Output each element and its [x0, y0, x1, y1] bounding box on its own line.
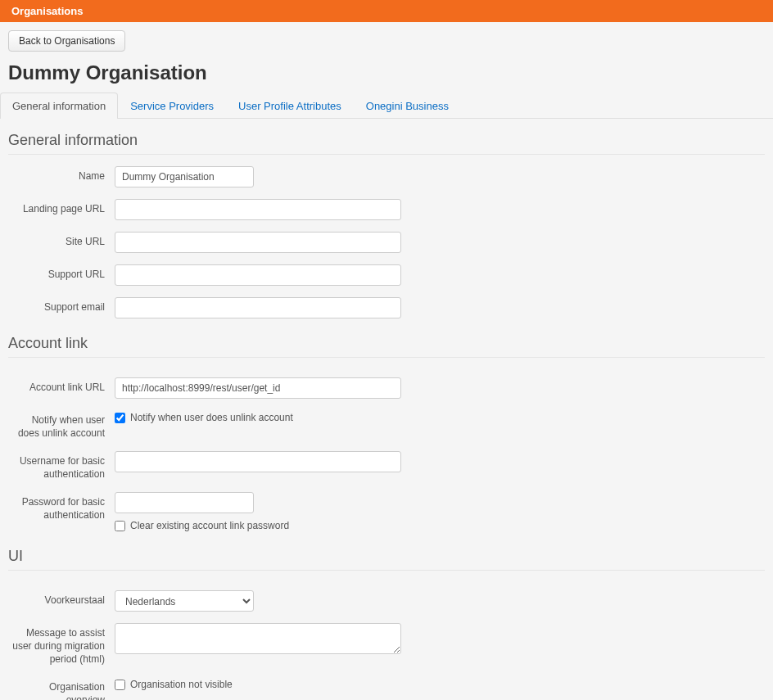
- site-url-label: Site URL: [8, 232, 115, 249]
- landing-url-input[interactable]: [115, 199, 401, 220]
- section-general: General information Name Landing page UR…: [8, 132, 765, 318]
- header-title: Organisations: [11, 5, 83, 17]
- page-title: Dummy Organisation: [8, 61, 765, 84]
- section-ui-title: UI: [8, 548, 765, 571]
- name-label: Name: [8, 166, 115, 183]
- back-to-organisations-button[interactable]: Back to Organisations: [8, 30, 125, 52]
- basic-auth-password-label: Password for basic authentication: [8, 492, 115, 522]
- clear-password-checkbox[interactable]: [115, 521, 125, 531]
- tab-general-information[interactable]: General information: [0, 93, 118, 119]
- support-url-input[interactable]: [115, 264, 401, 286]
- tab-service-providers[interactable]: Service Providers: [118, 93, 226, 119]
- section-ui: UI Voorkeurstaal Nederlands Message to a…: [8, 548, 765, 700]
- notify-unlink-checkbox[interactable]: [115, 413, 125, 423]
- language-label: Voorkeurstaal: [8, 590, 115, 607]
- notify-unlink-label: Notify when user does unlink account: [8, 410, 115, 440]
- org-overview-label: Organisation overview: [8, 677, 115, 700]
- section-account-link: Account link Account link URL Notify whe…: [8, 335, 765, 531]
- tab-user-profile-attributes[interactable]: User Profile Attributes: [226, 93, 354, 119]
- support-url-label: Support URL: [8, 264, 115, 282]
- header-bar: Organisations: [0, 0, 773, 22]
- migration-msg-label: Message to assist user during migration …: [8, 623, 115, 666]
- basic-auth-username-label: Username for basic authentication: [8, 451, 115, 481]
- support-email-label: Support email: [8, 297, 115, 314]
- org-not-visible-label: Organisation not visible: [130, 679, 233, 690]
- account-link-url-input[interactable]: [115, 377, 401, 399]
- toolbar: Back to Organisations: [0, 22, 773, 56]
- basic-auth-password-input[interactable]: [115, 492, 254, 513]
- name-input[interactable]: [115, 166, 254, 187]
- section-account-link-title: Account link: [8, 335, 765, 358]
- landing-url-label: Landing page URL: [8, 199, 115, 216]
- site-url-input[interactable]: [115, 232, 401, 253]
- notify-unlink-checkbox-label: Notify when user does unlink account: [130, 412, 293, 423]
- clear-password-label: Clear existing account link password: [130, 520, 289, 531]
- account-link-url-label: Account link URL: [8, 377, 115, 395]
- migration-msg-textarea[interactable]: [115, 623, 401, 654]
- support-email-input[interactable]: [115, 297, 401, 318]
- tabs: General information Service Providers Us…: [0, 93, 773, 119]
- tab-onegini-business[interactable]: Onegini Business: [354, 93, 461, 119]
- section-general-title: General information: [8, 132, 765, 155]
- org-not-visible-checkbox[interactable]: [115, 680, 125, 690]
- basic-auth-username-input[interactable]: [115, 451, 401, 472]
- language-select[interactable]: Nederlands: [115, 590, 254, 612]
